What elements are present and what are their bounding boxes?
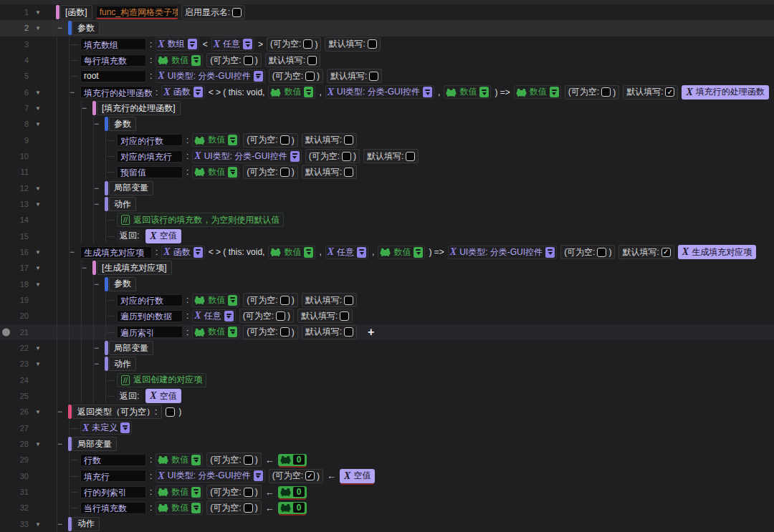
default-fill-checkbox[interactable] [344,327,353,337]
chevron-down-icon[interactable] [550,87,559,97]
fold-toggle[interactable]: − [82,263,87,273]
nullable-checkbox[interactable] [276,311,285,321]
number-value-chip[interactable]: 0 [278,502,307,514]
name-input[interactable]: 遍历索引 [117,326,183,338]
section-label[interactable]: 参数 [109,117,136,131]
collapse-arrow-icon[interactable]: ▼ [35,89,41,95]
name-input[interactable]: root [80,70,146,82]
type-selector[interactable]: 数值 [268,246,315,259]
nullable-checkbox[interactable] [244,503,253,513]
section-label[interactable]: 局部变量 [109,181,153,195]
default-fill-checkbox[interactable] [232,8,242,17]
collapse-arrow-icon[interactable]: ▼ [35,521,41,527]
fold-toggle[interactable]: − [57,407,62,417]
chevron-down-icon[interactable] [191,487,201,498]
fold-toggle[interactable]: − [94,343,99,353]
section-label[interactable]: [填充行的处理函数] [97,101,181,115]
chevron-down-icon[interactable] [290,151,300,162]
chevron-down-icon[interactable] [194,87,203,97]
fold-toggle[interactable]: − [57,23,62,33]
collapse-arrow-icon[interactable]: ▼ [35,409,41,415]
nullable-checkbox[interactable]: ✓ [305,471,315,480]
type-selector[interactable]: 数值 [156,54,203,67]
fold-toggle[interactable]: − [94,359,99,369]
type-selector[interactable]: XUI类型: 分类-GUI控件 [192,150,301,163]
chevron-down-icon[interactable] [479,87,489,97]
type-selector[interactable]: XUI类型: 分类-GUI控件 [325,85,434,99]
fold-toggle[interactable]: − [70,247,75,257]
type-selector[interactable]: 数值 [444,85,491,99]
section-label[interactable]: [生成填充对应项] [97,261,172,275]
type-selector[interactable]: X未定义 [80,421,132,435]
nullable-checkbox[interactable] [280,135,290,145]
nullable-checkbox[interactable] [166,407,175,417]
name-input[interactable]: 预留值 [117,166,183,178]
nullable-checkbox[interactable] [280,168,290,177]
name-input[interactable]: 对应的行数 [117,294,183,306]
value-chip[interactable]: X空值 [145,389,181,403]
fold-toggle[interactable]: − [94,199,99,209]
collapse-arrow-icon[interactable]: ▼ [35,281,41,287]
name-input[interactable]: 当行填充数 [80,502,146,514]
default-fill-checkbox[interactable]: ✓ [661,248,671,257]
chevron-down-icon[interactable] [304,247,313,258]
nullable-checkbox[interactable] [244,488,253,497]
section-label[interactable]: 返回类型（可为空）: [72,405,162,419]
type-selector[interactable]: XUI类型: 分类-GUI控件 [448,246,557,259]
chevron-down-icon[interactable] [228,135,237,145]
nullable-checkbox[interactable] [305,72,315,81]
default-fill-checkbox[interactable] [344,135,353,145]
nullable-checkbox[interactable] [244,455,253,465]
type-selector[interactable]: 数值 [192,133,239,147]
nullable-checkbox[interactable] [280,296,290,305]
type-selector[interactable]: 数值 [192,325,239,339]
section-label[interactable]: 动作 [72,517,100,531]
chevron-down-icon[interactable] [228,167,237,178]
section-label[interactable]: 局部变量 [72,437,117,451]
section-label[interactable]: 动作 [109,357,136,371]
default-fill-checkbox[interactable] [369,72,378,81]
collapse-arrow-icon[interactable]: ▼ [35,121,41,127]
type-selector[interactable]: X函数 [161,246,204,259]
chevron-down-icon[interactable] [191,55,201,66]
collapse-arrow-icon[interactable]: ▼ [35,25,41,32]
value-chip[interactable]: X空值 [145,229,181,243]
name-input[interactable]: 对应的填充行 [117,150,183,163]
default-fill-checkbox[interactable] [368,39,377,49]
name-input[interactable]: 填充行的处理函数 [80,86,152,98]
fold-toggle[interactable]: − [94,279,99,289]
chevron-down-icon[interactable] [545,247,555,258]
name-input[interactable]: 填充行 [80,470,146,482]
section-label[interactable]: 动作 [109,197,136,211]
nullable-checkbox[interactable] [597,248,606,257]
collapse-arrow-icon[interactable]: ▼ [35,361,41,367]
chevron-down-icon[interactable] [228,295,237,306]
type-selector[interactable]: X数组 [156,37,199,51]
chevron-down-icon[interactable] [228,327,237,337]
type-selector[interactable]: XUI类型: 分类-GUI控件 [156,69,264,83]
number-value-chip[interactable]: 0 [278,486,307,498]
number-value-chip[interactable]: 0 [278,454,307,466]
type-selector[interactable]: 数值 [156,501,203,515]
collapse-arrow-icon[interactable]: ▼ [35,249,41,256]
nullable-checkbox[interactable] [244,56,253,65]
type-selector[interactable]: 数值 [156,453,203,467]
collapse-arrow-icon[interactable]: ▼ [35,105,41,112]
type-selector[interactable]: X任意 [192,309,235,323]
type-selector[interactable]: X任意 [325,246,368,259]
chevron-down-icon[interactable] [243,39,252,49]
section-label[interactable]: 局部变量 [109,341,153,355]
default-fill-checkbox[interactable] [344,168,353,177]
nullable-checkbox[interactable] [303,39,312,49]
type-selector[interactable]: X任意 [211,37,254,51]
type-selector[interactable]: 数值 [268,85,315,99]
chevron-down-icon[interactable] [224,311,234,321]
type-selector[interactable]: 数值 [378,246,425,259]
add-button[interactable]: + [368,326,374,339]
chevron-down-icon[interactable] [423,87,432,97]
default-fill-checkbox[interactable] [406,152,415,161]
chevron-down-icon[interactable] [191,455,201,465]
nullable-checkbox[interactable] [342,152,351,161]
fold-toggle[interactable]: − [57,439,62,449]
name-input[interactable]: 行数 [80,454,146,466]
